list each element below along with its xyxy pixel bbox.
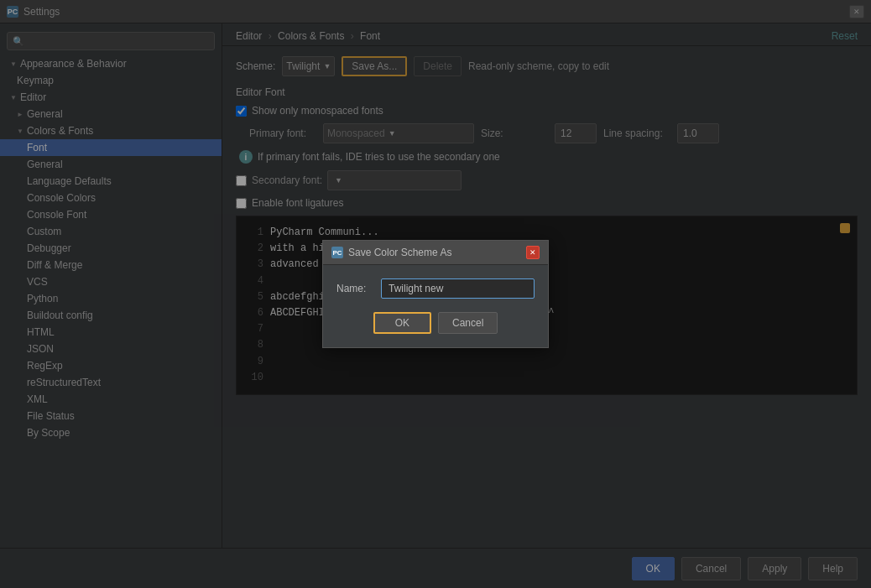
- modal-title-bar: PC Save Color Scheme As ✕: [323, 241, 548, 265]
- modal-name-row: Name:: [336, 278, 535, 299]
- save-color-scheme-dialog: PC Save Color Scheme As ✕ Name: OK Cance…: [322, 240, 549, 348]
- modal-name-label: Name:: [336, 283, 374, 294]
- modal-title-text: Save Color Scheme As: [348, 247, 451, 258]
- modal-app-icon: PC: [331, 247, 343, 258]
- modal-cancel-button[interactable]: Cancel: [438, 312, 498, 334]
- modal-buttons: OK Cancel: [336, 312, 535, 334]
- modal-name-input[interactable]: [381, 278, 535, 299]
- modal-ok-button[interactable]: OK: [373, 312, 431, 334]
- modal-close-button[interactable]: ✕: [526, 246, 540, 259]
- modal-overlay: PC Save Color Scheme As ✕ Name: OK Cance…: [0, 0, 871, 588]
- modal-body: Name: OK Cancel: [323, 265, 548, 347]
